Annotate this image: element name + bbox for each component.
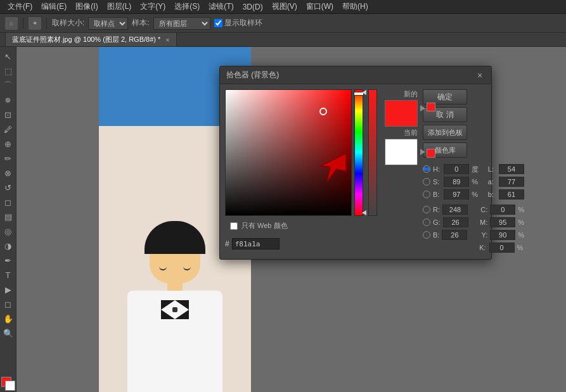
heal-tool[interactable]: ⊕: [1, 137, 15, 151]
y-unit: %: [518, 231, 524, 239]
home-icon[interactable]: ⌂: [5, 17, 18, 30]
sample-size-label: 取样大小:: [52, 18, 84, 28]
menu-3d[interactable]: 3D(D): [239, 1, 267, 13]
k-input[interactable]: [489, 243, 515, 253]
b2-input[interactable]: [442, 230, 467, 240]
c-label: C:: [480, 206, 487, 213]
document-tab[interactable]: 蓝底证件照素材.jpg @ 100% (图层 2, RGB/8#) * ×: [5, 32, 177, 46]
toolbar: ⌂ ✦ 取样大小: 取样点 样本: 所有图层 显示取样环: [0, 14, 566, 33]
dodge-tool[interactable]: ◑: [1, 239, 15, 253]
h-label: H:: [433, 165, 441, 173]
g-input[interactable]: [443, 217, 468, 227]
s-label: S:: [433, 178, 441, 186]
arrow-right-new: [420, 105, 425, 111]
text-tool[interactable]: T: [1, 268, 15, 282]
color-preview-new[interactable]: [385, 100, 418, 127]
hex-input[interactable]: [232, 238, 280, 250]
hue-triangle-up: [362, 90, 366, 95]
current-label: 当前: [385, 128, 418, 137]
foreground-color[interactable]: [1, 377, 15, 391]
sample-size-select[interactable]: 取样点: [88, 17, 128, 30]
menu-text[interactable]: 文字(Y): [136, 0, 169, 13]
r-input[interactable]: [442, 205, 468, 215]
gradient-cursor: [319, 108, 327, 115]
b3-label: b:: [488, 191, 496, 198]
add-swatches-button[interactable]: 添加到色板: [423, 125, 467, 140]
eyedropper-tool[interactable]: 🖉: [1, 122, 15, 136]
preview-stack: 当前: [385, 100, 418, 165]
a-input[interactable]: [499, 177, 524, 187]
dialog-close-button[interactable]: ×: [475, 70, 485, 80]
select-tool[interactable]: ⬚: [1, 64, 15, 78]
menu-edit[interactable]: 编辑(E): [37, 0, 70, 13]
alpha-slider-container: [368, 89, 380, 216]
r-row: R: C: %: [423, 203, 524, 216]
sample-label: 样本:: [132, 18, 149, 28]
color-gradient-picker[interactable]: [225, 89, 352, 216]
history-tool[interactable]: ↺: [1, 180, 15, 194]
brush-tool[interactable]: ✏: [1, 151, 15, 165]
g-radio[interactable]: [423, 218, 430, 226]
b-unit: %: [472, 191, 480, 198]
hex-hash: #: [225, 239, 229, 248]
menu-filter[interactable]: 滤镜(T): [205, 0, 237, 13]
picker-section: 新的 当前: [225, 89, 418, 254]
dialog-title: 拾色器 (背景色): [226, 70, 279, 80]
clone-tool[interactable]: ⊗: [1, 166, 15, 180]
show-ring-checkbox[interactable]: [214, 19, 222, 27]
b2-radio[interactable]: [423, 231, 430, 239]
zoom-tool[interactable]: 🔍: [1, 326, 15, 340]
hex-row: #: [225, 236, 418, 250]
l-input[interactable]: [499, 164, 524, 174]
web-colors-checkbox[interactable]: [230, 222, 238, 230]
menu-view[interactable]: 视图(V): [268, 0, 301, 13]
k-unit: %: [517, 244, 524, 251]
s-input[interactable]: [444, 177, 469, 187]
m-unit: %: [518, 218, 524, 226]
c-unit: %: [518, 206, 524, 213]
color-picker-dialog: 拾色器 (背景色) ×: [219, 66, 492, 260]
show-ring-label[interactable]: 显示取样环: [214, 18, 262, 28]
shape-tool[interactable]: ◻: [1, 297, 15, 311]
arrow-right-current: [420, 149, 425, 155]
eraser-tool[interactable]: ◻: [1, 195, 15, 209]
crop-tool[interactable]: ⊡: [1, 108, 15, 122]
b-radio[interactable]: [423, 191, 430, 198]
m-input[interactable]: [490, 217, 515, 227]
gradient-tool[interactable]: ▤: [1, 210, 15, 224]
s-radio[interactable]: [423, 178, 430, 186]
s-row: S: % a:: [423, 175, 524, 188]
tab-close[interactable]: ×: [165, 36, 169, 44]
r-radio[interactable]: [423, 206, 430, 213]
hand-tool[interactable]: ✋: [1, 312, 15, 326]
hue-triangle-down: [362, 210, 366, 215]
magic-wand-tool[interactable]: ✵: [1, 93, 15, 107]
c-input[interactable]: [490, 205, 515, 215]
h-input[interactable]: [444, 164, 469, 174]
menu-file[interactable]: 文件(F): [4, 0, 36, 13]
menu-help[interactable]: 帮助(H): [338, 0, 372, 13]
h-radio[interactable]: [423, 165, 430, 173]
k-label: K:: [479, 244, 486, 251]
b2-label: B:: [433, 231, 439, 239]
menu-window[interactable]: 窗口(W): [302, 0, 337, 13]
hue-slider[interactable]: [354, 89, 363, 216]
eyedropper-icon[interactable]: ✦: [29, 17, 41, 30]
right-panel: 确定 取 消 添加到色板 颜色库 H: 度 L:: [423, 89, 524, 254]
color-preview-current[interactable]: [385, 139, 418, 165]
lasso-tool[interactable]: ⌒: [1, 79, 15, 92]
menu-select[interactable]: 选择(S): [170, 0, 203, 13]
h-unit: 度: [472, 165, 480, 174]
menu-layer[interactable]: 图层(L): [103, 0, 136, 13]
sample-select[interactable]: 所有图层: [153, 17, 210, 30]
blur-tool[interactable]: ◎: [1, 224, 15, 238]
dialog-content: 新的 当前: [220, 84, 491, 259]
y-input[interactable]: [490, 230, 515, 240]
alpha-slider[interactable]: [368, 89, 377, 216]
b3-input[interactable]: [499, 189, 524, 199]
menu-image[interactable]: 图像(I): [72, 0, 101, 13]
path-select-tool[interactable]: ▶: [1, 282, 15, 296]
b-input[interactable]: [444, 189, 469, 199]
move-tool[interactable]: ↖: [1, 49, 15, 63]
pen-tool[interactable]: ✒: [1, 253, 15, 267]
